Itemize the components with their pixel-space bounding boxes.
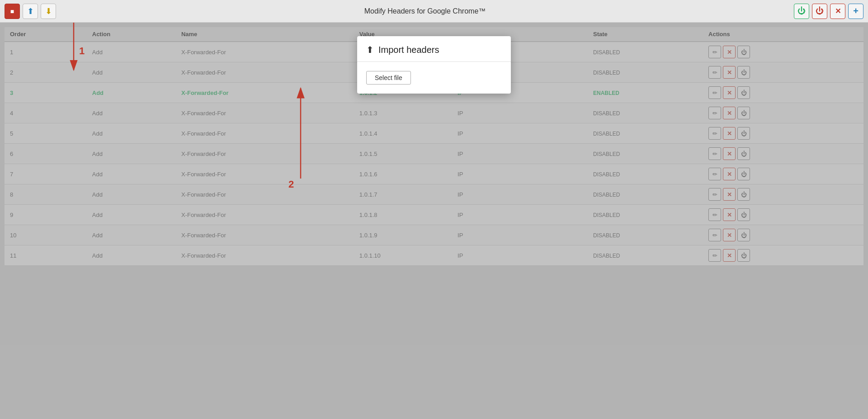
close-button[interactable]: ✕ [830,4,845,19]
import-button[interactable]: ⬆ [23,4,38,19]
select-file-button[interactable]: Select file [366,71,411,85]
modal-upload-icon: ⬆ [366,44,374,55]
modal-overlay: ⬆ Import headers Select file [0,23,868,419]
stop-button[interactable]: ■ [5,4,20,19]
toolbar-left: ■ ⬆ ⬇ [5,4,56,19]
power-green-button[interactable]: ⏻ [794,4,809,19]
download-icon: ⬇ [45,6,52,16]
power-red-icon: ⏻ [816,6,824,16]
plus-icon: + [853,6,859,16]
toolbar: ■ ⬆ ⬇ Modify Headers for Google Chrome™ … [0,0,868,23]
export-button[interactable]: ⬇ [41,4,56,19]
main-content: Order Action Name Value State Actions 1 … [0,23,868,419]
app-title: Modify Headers for Google Chrome™ [364,7,486,15]
modal-body: Select file [357,62,511,94]
modal-header: ⬆ Import headers [357,36,511,62]
add-button[interactable]: + [848,4,863,19]
import-modal: ⬆ Import headers Select file [357,36,511,94]
upload-icon: ⬆ [27,6,34,16]
close-icon: ✕ [835,7,841,15]
stop-icon: ■ [10,8,14,15]
power-green-icon: ⏻ [797,6,806,16]
power-red-button[interactable]: ⏻ [812,4,827,19]
modal-title: Import headers [378,45,439,55]
toolbar-right: ⏻ ⏻ ✕ + [794,4,863,19]
